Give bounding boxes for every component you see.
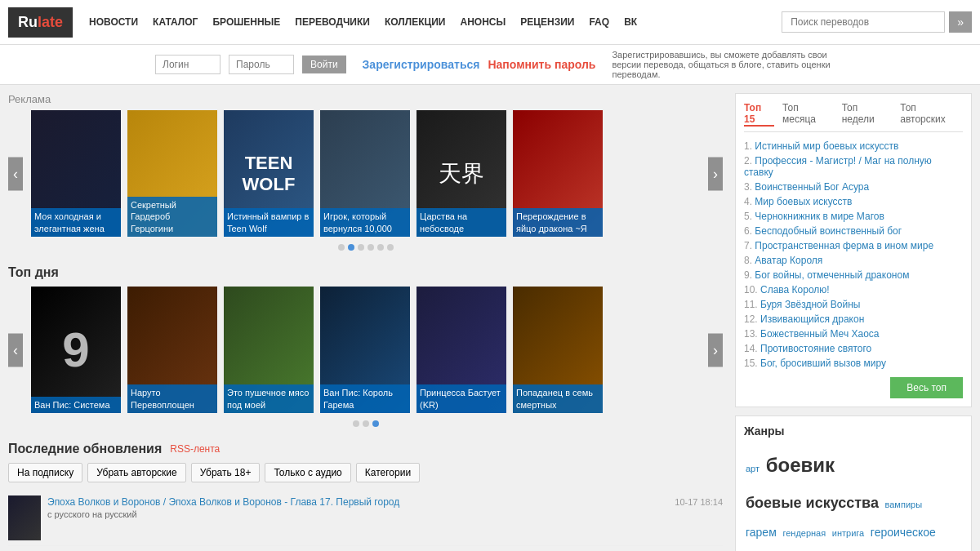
top-item-6: 6. Бесподобный воинственный бог	[744, 224, 963, 238]
updates-header: Последние обновления RSS-лента	[8, 442, 723, 456]
advert-title-4: Игрок, который вернулся 10,000	[320, 208, 410, 237]
top-item-3: 3. Воинственный Бог Асура	[744, 180, 963, 194]
update-item-2: The Lone Wanderer / Одинокий Странник - …	[8, 546, 723, 551]
rss-link[interactable]: RSS-лента	[170, 443, 220, 455]
all-top-button[interactable]: Весь топ	[890, 377, 963, 398]
filter-buttons: На подписку Убрать авторские Убрать 18+ …	[8, 463, 723, 482]
advert-card-2[interactable]: Секретный Гардероб Герцогини	[127, 110, 217, 237]
top-link-12[interactable]: Извивающийся дракон	[760, 313, 864, 325]
genres-panel: Жанры арт боевик боевые искусства вампир…	[735, 415, 972, 551]
top-link-15[interactable]: Бог, бросивший вызов миру	[760, 358, 886, 369]
top-link-9[interactable]: Бог войны, отмеченный драконом	[755, 269, 909, 281]
remind-link[interactable]: Напомнить пароль	[488, 58, 595, 71]
left-column: Реклама ‹ Моя холодная и элегантная жена…	[8, 93, 723, 551]
tab-top-author[interactable]: Топ авторских	[900, 102, 963, 127]
right-column: Топ 15 Топ месяца Топ недели Топ авторск…	[735, 93, 972, 551]
nav-dropped[interactable]: БРОШЕННЫЕ	[212, 16, 280, 28]
top-link-13[interactable]: Божественный Меч Хаоса	[760, 328, 879, 340]
advert-title-6: Перерождение в яйцо дракона ~Я	[513, 208, 603, 237]
top-link-3[interactable]: Воинственный Бог Асура	[755, 181, 869, 193]
nav-vk[interactable]: ВК	[624, 16, 637, 28]
advert-title-5: Царства на небосводе	[416, 208, 506, 237]
top-day-dots	[8, 417, 723, 429]
top-link-14[interactable]: Противостояние святого	[760, 343, 871, 354]
logo[interactable]: Rulate	[8, 7, 73, 38]
filter-no-18[interactable]: Убрать 18+	[191, 463, 261, 482]
nav-reviews[interactable]: РЕЦЕНЗИИ	[520, 16, 574, 28]
register-description: Зарегистрировавшись, вы сможете добавлят…	[612, 50, 840, 79]
genre-fantasy[interactable]: фэнтези	[746, 547, 790, 551]
login-button[interactable]: Войти	[302, 56, 346, 73]
top-tabs: Топ 15 Топ месяца Топ недели Топ авторск…	[744, 102, 963, 132]
genre-vampires[interactable]: вампиры	[885, 495, 923, 513]
top-link-7[interactable]: Пространственная ферма в ином мире	[755, 240, 933, 251]
top-item-2: 2. Профессия - Магистр! / Маг на полную …	[744, 153, 963, 180]
top-list: 1. Истинный мир боевых искусств 2. Профе…	[744, 139, 963, 371]
updates-section: Последние обновления RSS-лента На подпис…	[8, 442, 723, 551]
filter-no-author[interactable]: Убрать авторские	[87, 463, 186, 482]
search-area: »	[782, 11, 972, 33]
top-link-11[interactable]: Буря Звёздной Войны	[760, 299, 860, 310]
top-day-next-button[interactable]: ›	[708, 333, 723, 367]
advert-next-button[interactable]: ›	[708, 157, 723, 190]
genres-title: Жанры	[744, 424, 963, 438]
top-link-1[interactable]: Истинный мир боевых искусств	[755, 140, 898, 152]
search-input[interactable]	[782, 11, 945, 33]
top-day-title-4: Ван Пис: Король Гарема	[320, 384, 410, 413]
tab-top-week[interactable]: Топ недели	[842, 102, 893, 127]
top-item-7: 7. Пространственная ферма в ином мире	[744, 238, 963, 253]
update-title-1[interactable]: Эпоха Волков и Воронов / Эпоха Волков и …	[47, 496, 399, 508]
filter-subscription[interactable]: На подписку	[8, 463, 82, 482]
top-day-card-1[interactable]: 9 Ван Пис: Система	[31, 287, 121, 413]
nav-catalog[interactable]: КАТАЛОГ	[153, 16, 198, 28]
top-link-4[interactable]: Мир боевых искусств	[755, 196, 852, 207]
advert-card-3[interactable]: TEENWOLF Истинный вампир в Teen Wolf	[224, 110, 314, 237]
top-item-4: 4. Мир боевых искусств	[744, 194, 963, 209]
top-link-6[interactable]: Бесподобный воинственный бог	[755, 225, 902, 237]
top-link-8[interactable]: Аватар Короля	[755, 255, 822, 266]
genre-art[interactable]: арт	[746, 460, 760, 478]
genre-heroic[interactable]: героическое	[871, 521, 936, 544]
top-day-card-3[interactable]: Это пушечное мясо под моей	[224, 287, 314, 413]
genre-boevie[interactable]: боевые искусства	[746, 488, 879, 518]
nav-announce[interactable]: АНОНСЫ	[460, 16, 506, 28]
update-info-1: Эпоха Волков и Воронов / Эпоха Волков и …	[47, 495, 668, 519]
advert-card-4[interactable]: Игрок, который вернулся 10,000	[320, 110, 410, 237]
top-day-prev-button[interactable]: ‹	[8, 333, 23, 367]
search-button[interactable]: »	[949, 11, 972, 33]
genre-garem[interactable]: гарем	[746, 521, 777, 544]
top-panel: Топ 15 Топ месяца Топ недели Топ авторск…	[735, 93, 972, 407]
top-day-card-4[interactable]: Ван Пис: Король Гарема	[320, 287, 410, 413]
top-day-card-5[interactable]: Принцесса Бастует (KR)	[416, 287, 506, 413]
genre-boevic[interactable]: боевик	[766, 446, 835, 485]
top-item-5: 5. Чернокнижник в мире Магов	[744, 209, 963, 224]
filter-audio-only[interactable]: Только с аудио	[265, 463, 350, 482]
genre-intriga[interactable]: интрига	[832, 524, 864, 542]
nav-faq[interactable]: FAQ	[589, 16, 609, 28]
top-day-section: Топ дня ‹ 9 Ван Пис: Система Наруто Пере…	[8, 265, 723, 429]
nav-news[interactable]: НОВОСТИ	[89, 16, 138, 28]
top-day-title-5: Принцесса Бастует (KR)	[416, 384, 506, 413]
top-link-2[interactable]: Профессия - Магистр! / Маг на полную ста…	[744, 155, 932, 178]
advert-card-5[interactable]: 天界 Царства на небосводе	[416, 110, 506, 237]
password-input[interactable]	[229, 55, 294, 74]
advert-card-6[interactable]: Перерождение в яйцо дракона ~Я	[513, 110, 603, 237]
top-day-card-2[interactable]: Наруто Перевоплощен	[127, 287, 217, 413]
advert-label: Реклама	[8, 93, 723, 105]
tab-top15[interactable]: Топ 15	[744, 102, 774, 127]
top-day-card-6[interactable]: Попаданец в семь смертных	[513, 287, 603, 413]
top-day-cards: 9 Ван Пис: Система Наруто Перевоплощен Э…	[8, 287, 723, 413]
filter-categories[interactable]: Категории	[356, 463, 420, 482]
nav-collections[interactable]: КОЛЛЕКЦИИ	[385, 16, 446, 28]
top-item-13: 13. Божественный Меч Хаоса	[744, 327, 963, 341]
register-link[interactable]: Зарегистрироваться	[363, 58, 480, 71]
tab-top-month[interactable]: Топ месяца	[782, 102, 834, 127]
top-link-5[interactable]: Чернокнижник в мире Магов	[755, 211, 884, 222]
genre-gender[interactable]: гендерная	[782, 524, 826, 542]
nav-translators[interactable]: ПЕРЕВОДЧИКИ	[295, 16, 370, 28]
advert-cards: Моя холодная и элегантная жена Секретный…	[8, 110, 723, 237]
advert-card-1[interactable]: Моя холодная и элегантная жена	[31, 110, 121, 237]
login-input[interactable]	[155, 55, 220, 74]
advert-prev-button[interactable]: ‹	[8, 157, 23, 190]
top-link-10[interactable]: Слава Королю!	[760, 284, 830, 295]
